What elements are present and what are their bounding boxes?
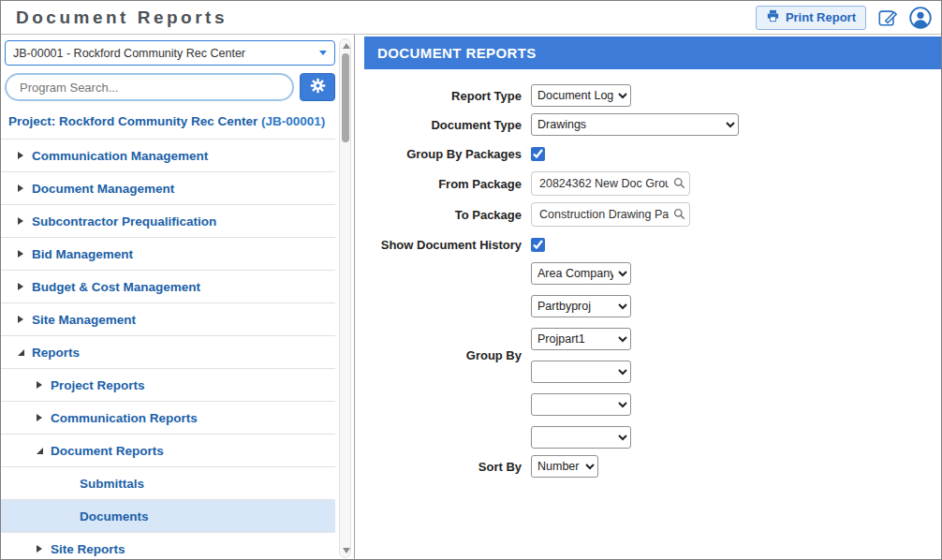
nav-label: Subcontractor Prequalification — [32, 214, 216, 228]
from-package-input[interactable] — [531, 171, 690, 196]
main-content: DOCUMENT REPORTS Report Type Document Lo… — [355, 35, 941, 560]
sort-by-select[interactable]: Number — [531, 455, 598, 478]
to-package-row: To Package — [364, 202, 941, 227]
project-code: (JB-00001) — [261, 114, 325, 128]
sidebar-item-project-reports[interactable]: Project Reports — [1, 368, 335, 401]
group-by-select-5[interactable] — [531, 393, 631, 416]
sidebar-item-bid-management[interactable]: Bid Management — [1, 237, 335, 270]
sidebar-item-site-reports[interactable]: Site Reports — [1, 532, 335, 560]
nav-label: Communication Management — [32, 149, 208, 163]
project-name: Project: Rockford Community Rec Center — [8, 114, 258, 128]
chevron-right-icon — [18, 283, 23, 290]
project-select[interactable]: JB-00001 - Rockford Community Rec Center — [5, 40, 335, 66]
sidebar-item-documents[interactable]: Documents — [1, 499, 335, 532]
nav-label: Reports — [32, 346, 80, 360]
group-by-row: Group By Area Company Partbyproj Projpar… — [364, 262, 941, 449]
document-type-row: Document Type Drawings — [364, 113, 941, 136]
sidebar-item-communication-management[interactable]: Communication Management — [1, 139, 335, 171]
group-by-select-2[interactable]: Partbyproj — [531, 295, 631, 317]
from-package-label: From Package — [364, 177, 531, 191]
printer-icon — [766, 9, 780, 25]
chevron-right-icon — [18, 152, 23, 159]
group-by-packages-label: Group By Packages — [364, 147, 531, 161]
group-by-selects: Area Company Partbyproj Projpart1 — [531, 262, 631, 449]
show-document-history-checkbox[interactable] — [531, 238, 545, 252]
sidebar-item-site-management[interactable]: Site Management — [1, 302, 335, 335]
nav-label: Project Reports — [51, 378, 145, 392]
scroll-up-arrow[interactable] — [343, 43, 350, 49]
sidebar-item-communication-reports[interactable]: Communication Reports — [1, 401, 335, 434]
main-panel-title: DOCUMENT REPORTS — [364, 37, 941, 69]
group-by-select-3[interactable]: Projpart1 — [531, 328, 631, 350]
app-title: Document Reports — [16, 7, 228, 28]
group-by-label: Group By — [364, 348, 531, 362]
nav-label: Documents — [80, 509, 149, 523]
sidebar-nav: Communication Management Document Manage… — [1, 139, 335, 560]
project-select-wrap: JB-00001 - Rockford Community Rec Center — [5, 40, 335, 66]
group-by-select-6[interactable] — [531, 426, 631, 449]
chevron-right-icon — [18, 316, 23, 323]
edit-icon[interactable] — [877, 7, 898, 28]
search-settings-button[interactable] — [300, 73, 335, 101]
nav-label: Bid Management — [32, 247, 133, 261]
nav-label: Budget & Cost Management — [32, 280, 200, 294]
group-by-select-1[interactable]: Area Company — [531, 262, 631, 285]
show-document-history-row: Show Document History — [364, 233, 941, 256]
report-type-label: Report Type — [364, 89, 531, 103]
gear-icon — [310, 78, 326, 96]
show-document-history-label: Show Document History — [364, 238, 531, 252]
scroll-down-arrow[interactable] — [343, 548, 350, 553]
chevron-right-icon — [37, 414, 42, 421]
print-report-label: Print Report — [786, 10, 856, 24]
group-by-packages-row: Group By Packages — [364, 142, 941, 165]
search-icon[interactable] — [673, 177, 685, 192]
nav-label: Communication Reports — [51, 411, 198, 425]
top-header-bar: Document Reports Print Report — [1, 1, 941, 35]
program-search-input[interactable] — [5, 73, 294, 101]
sidebar-item-budget-cost-management[interactable]: Budget & Cost Management — [1, 270, 335, 302]
program-search-row — [5, 73, 335, 101]
group-by-select-4[interactable] — [531, 361, 631, 383]
to-package-field-wrap — [531, 202, 690, 227]
chevron-right-icon — [37, 381, 42, 389]
chevron-expanded-icon — [37, 448, 43, 454]
sidebar-item-submittals[interactable]: Submittals — [1, 466, 335, 499]
from-package-row: From Package — [364, 171, 941, 196]
sort-by-label: Sort By — [364, 460, 531, 474]
header-actions: Print Report — [756, 6, 932, 30]
report-form: Report Type Document Log Document Type D… — [364, 69, 941, 478]
chevron-expanded-icon — [18, 349, 24, 356]
sidebar-scrollbar — [339, 38, 351, 558]
chevron-right-icon — [18, 250, 23, 258]
user-account-icon[interactable] — [909, 7, 932, 29]
to-package-label: To Package — [364, 208, 531, 222]
nav-label: Site Reports — [51, 542, 125, 556]
document-type-select[interactable]: Drawings — [531, 113, 739, 136]
project-title-line: Project: Rockford Community Rec Center (… — [1, 101, 335, 139]
nav-label: Document Reports — [51, 444, 164, 458]
report-type-row: Report Type Document Log — [364, 84, 941, 107]
print-report-button[interactable]: Print Report — [756, 6, 866, 30]
sort-by-row: Sort By Number — [364, 455, 941, 478]
report-type-select[interactable]: Document Log — [531, 84, 631, 107]
search-icon[interactable] — [673, 208, 685, 223]
chevron-right-icon — [18, 217, 23, 225]
sidebar: JB-00001 - Rockford Community Rec Center — [1, 35, 355, 560]
nav-label: Site Management — [32, 313, 136, 327]
chevron-right-icon — [18, 184, 23, 192]
nav-label: Submittals — [80, 477, 144, 491]
sidebar-item-document-reports[interactable]: Document Reports — [1, 434, 335, 466]
scrollbar-thumb[interactable] — [342, 53, 349, 142]
chevron-right-icon — [37, 545, 42, 553]
sidebar-item-reports[interactable]: Reports — [1, 335, 335, 368]
from-package-field-wrap — [531, 171, 690, 196]
document-type-label: Document Type — [364, 118, 531, 132]
sidebar-item-document-management[interactable]: Document Management — [1, 171, 335, 204]
nav-label: Document Management — [32, 182, 174, 196]
to-package-input[interactable] — [531, 202, 690, 227]
sidebar-item-subcontractor-prequalification[interactable]: Subcontractor Prequalification — [1, 204, 335, 237]
group-by-packages-checkbox[interactable] — [531, 147, 545, 161]
